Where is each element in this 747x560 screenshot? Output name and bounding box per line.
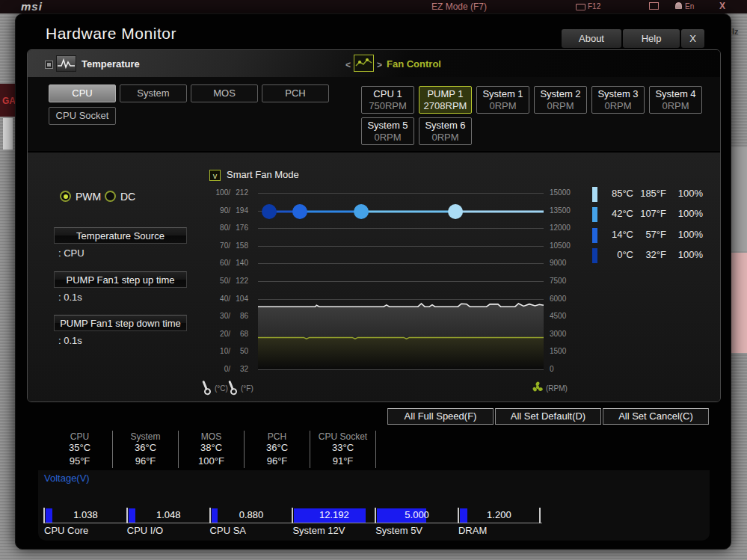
legend-temp-f: 185°F [635, 188, 666, 199]
tab-pch[interactable]: PCH [262, 84, 329, 102]
monitor-icon [649, 2, 659, 10]
legend-temp-f: 32°F [635, 249, 666, 260]
background-close-icon: X [719, 1, 725, 11]
rpm-axis-tick: 10500 [550, 241, 583, 250]
fan-curve-point[interactable] [262, 204, 277, 219]
fan-button-cpu1[interactable]: CPU 1750RPM [361, 86, 414, 114]
gauge-cpu-sa: 0.880 [209, 508, 292, 523]
step-down-time-button[interactable]: PUMP Fan1 step down time [54, 315, 187, 331]
help-button[interactable]: Help [623, 29, 680, 48]
all-set-cancel-button[interactable]: All Set Cancel(C) [603, 408, 709, 425]
fan-history-area [258, 337, 544, 369]
temperature-checkbox-icon[interactable] [45, 61, 53, 69]
temp-axis-tick: 20/68 [200, 330, 248, 338]
chart-gridline [258, 369, 544, 370]
dc-radio[interactable] [105, 191, 116, 202]
fan-button-system6[interactable]: System 60RPM [419, 117, 472, 145]
rpm-axis-tick: 9000 [550, 259, 583, 267]
gauge-system-12v: 12.192 [292, 508, 375, 523]
close-button[interactable]: X [681, 29, 704, 48]
temp-axis-tick: 60/140 [200, 259, 248, 267]
tab-cpu[interactable]: CPU [49, 84, 116, 102]
hardware-monitor-window: Hardware Monitor About Help X Temperatur… [15, 13, 731, 550]
temp-axis-tick: 70/158 [200, 241, 248, 250]
dc-radio-label[interactable]: DC [120, 191, 135, 203]
window-title: Hardware Monitor [46, 25, 176, 43]
all-set-default-button[interactable]: All Set Default(D) [495, 408, 601, 425]
sensor-pch: PCH 36°C 96°F [245, 431, 310, 468]
sensor-cpu: CPU 35°C 95°F [47, 431, 113, 468]
gauge-dram: 1.200 [458, 508, 541, 523]
voltage-rail-labels: CPU Core CPU I/O CPU SA System 12V Syste… [43, 525, 542, 536]
background-gray-block [731, 147, 747, 251]
temperature-section-label: Temperature [82, 58, 140, 70]
rpm-axis-tick: 6000 [550, 295, 583, 303]
tab-system[interactable]: System [120, 84, 187, 102]
legend-temp-f: 57°F [635, 229, 666, 240]
sensor-cpu-socket: CPU Socket 33°C 91°F [310, 431, 376, 468]
fan-next-arrow[interactable]: > [377, 60, 382, 70]
pwm-radio-label[interactable]: PWM [76, 191, 101, 203]
temp-axis-tick: 80/176 [200, 224, 248, 232]
temp-axis-tick: 10/50 [200, 347, 248, 355]
monitor-panel: Temperature < > Fan Control CPU System M… [27, 49, 721, 402]
background-pink-block [731, 253, 747, 353]
pwm-radio[interactable] [60, 191, 71, 202]
legend-temp-f: 107°F [635, 208, 666, 219]
rpm-axis-tick: 15000 [550, 188, 583, 197]
voltage-panel: Voltage(V) 1.038 1.048 0.880 12.192 5.00… [38, 470, 710, 541]
fan-button-system4[interactable]: System 40RPM [649, 86, 702, 114]
rpm-axis-tick: 0 [550, 365, 583, 373]
temperature-source-value: : CPU [58, 247, 84, 259]
tab-cpu-socket[interactable]: CPU Socket [49, 107, 116, 125]
step-up-time-value: : 0.1s [58, 292, 82, 303]
step-up-time-button[interactable]: PUMP Fan1 step up time [54, 271, 187, 288]
background-ga-label: GA [2, 96, 16, 106]
rpm-axis-tick: 3000 [550, 330, 583, 338]
about-button[interactable]: About [562, 29, 621, 48]
fan-control-icon [354, 55, 374, 72]
temperature-source-button[interactable]: Temperature Source [54, 227, 187, 244]
gauge-system-5v: 5.000 [375, 508, 458, 523]
step-down-time-value: : 0.1s [58, 335, 82, 346]
temp-axis-tick: 0/32 [200, 365, 248, 373]
fan-curve-chart [258, 193, 544, 369]
fan-button-system5[interactable]: System 50RPM [361, 117, 414, 145]
tab-mos[interactable]: MOS [191, 84, 258, 102]
fan-button-system2[interactable]: System 20RPM [534, 86, 587, 114]
fahrenheit-unit-label: (°F) [241, 384, 253, 393]
legend-percent: 100% [669, 188, 703, 199]
bios-screen: { "background": { "logo": "msi", "ez_mod… [0, 0, 747, 560]
fan-curve-point[interactable] [292, 204, 307, 219]
rpm-axis-tick: 13500 [550, 206, 583, 215]
gauge-cpu-io: 1.048 [126, 508, 209, 523]
fan-curve-point[interactable] [354, 204, 369, 219]
fan-control-section-label: Fan Control [387, 58, 441, 70]
fan-prev-arrow[interactable]: < [345, 60, 351, 70]
language-label: En [685, 2, 694, 10]
temp-axis-tick: 100/212 [200, 188, 248, 197]
all-full-speed-button[interactable]: All Full Speed(F) [387, 408, 494, 425]
msi-logo: msi [21, 0, 43, 13]
background-mhz-fragment: lz [732, 27, 739, 36]
legend-percent: 100% [669, 208, 703, 219]
fan-button-system3[interactable]: System 30RPM [591, 86, 645, 114]
fan-curve-point[interactable] [448, 204, 463, 219]
sensor-system: System 36°C 96°F [113, 431, 179, 468]
temperature-chart-icon [56, 55, 76, 72]
background-topbar: msi EZ Mode (F7) F12 En X [0, 0, 747, 13]
temp-axis-tick: 90/194 [200, 206, 248, 215]
fan-button-system1[interactable]: System 10RPM [476, 86, 529, 114]
legend-percent: 100% [669, 229, 703, 240]
sensor-mos: MOS 38°C 100°F [179, 431, 245, 468]
screenshot-f12-label: F12 [576, 2, 600, 10]
fan-button-pump1[interactable]: PUMP 12708RPM [419, 86, 472, 114]
temp-history-line [258, 304, 544, 307]
legend-temp-c: 14°C [596, 229, 633, 240]
voltage-gauges: 1.038 1.048 0.880 12.192 5.000 1.200 [43, 508, 542, 523]
fan-rpm-icon [532, 381, 544, 396]
camera-icon [576, 4, 585, 10]
smart-fan-mode-checkbox[interactable]: v [209, 170, 221, 181]
gauge-cpu-core: 1.038 [43, 508, 126, 523]
legend-percent: 100% [669, 249, 703, 260]
